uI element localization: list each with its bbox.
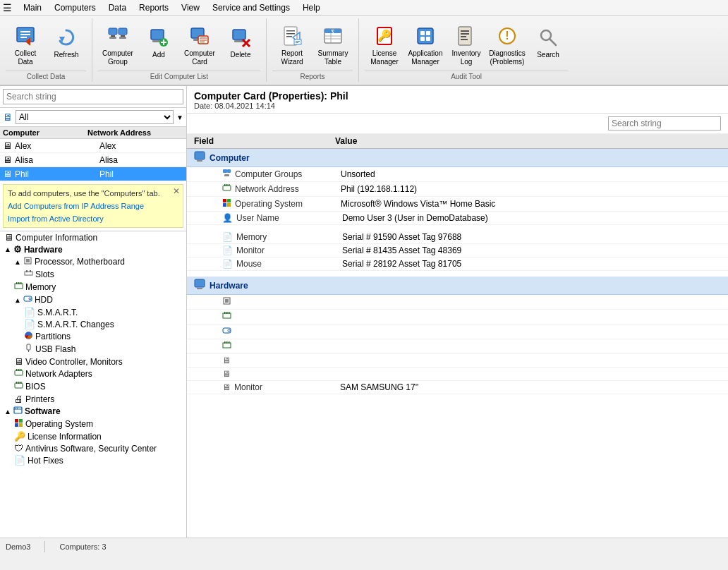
tree-video-controller[interactable]: 🖥 Video Controller, Monitors xyxy=(0,356,186,368)
ribbon-group-audit: 🔑 License Manager Application Manager In… xyxy=(359,18,574,82)
diagnostics-button[interactable]: ! Diagnostics (Problems) xyxy=(487,21,527,70)
svg-rect-96 xyxy=(223,199,226,202)
search-button[interactable]: Search xyxy=(528,23,568,68)
ribbon-group-reports-label: Reports xyxy=(272,71,353,80)
license-manager-icon: 🔑 xyxy=(373,25,396,47)
computer-search-input[interactable] xyxy=(3,89,183,104)
main-layout: 🖥 AllComputerGroup ▼ Computer Network Ad… xyxy=(0,86,728,538)
tree-smart[interactable]: 📄 S.M.A.R.T. xyxy=(0,306,186,318)
computer-card-icon xyxy=(188,25,211,47)
filter-select[interactable]: AllComputerGroup xyxy=(16,110,174,124)
svg-rect-104 xyxy=(223,313,231,318)
svg-rect-83 xyxy=(15,419,18,423)
dr-computer-groups-icon xyxy=(222,169,231,180)
tree-hot-fixes[interactable]: 📄 Hot Fixes xyxy=(0,454,186,466)
right-search-input[interactable] xyxy=(608,116,721,131)
application-manager-label: Application Manager xyxy=(408,49,443,66)
tree-software[interactable]: ▲ Software xyxy=(0,405,186,418)
menu-view[interactable]: View xyxy=(176,1,205,14)
computer-row-alisa[interactable]: 🖥 Alisa Alisa xyxy=(0,153,186,167)
svg-rect-47 xyxy=(426,37,430,41)
tree-video-icon: 🖥 xyxy=(14,356,23,367)
search-box-top xyxy=(0,86,186,108)
inventory-log-button[interactable]: Inventory Log xyxy=(447,21,486,70)
svg-rect-8 xyxy=(109,37,116,39)
tree-antivirus[interactable]: 🛡 Antivirus Software, Security Center xyxy=(0,442,186,454)
app-menu-icon[interactable]: ☰ xyxy=(3,2,12,13)
svg-rect-12 xyxy=(151,30,164,40)
license-manager-button[interactable]: 🔑 License Manager xyxy=(365,21,404,70)
computer-icon-alex: 🖥 xyxy=(3,140,12,151)
page-title: Computer Card (Properties): Phil xyxy=(194,90,721,102)
tree-network-adapters[interactable]: Network Adapters xyxy=(0,368,186,380)
section-computer[interactable]: Computer xyxy=(187,149,728,167)
refresh-button[interactable]: Refresh xyxy=(47,23,86,68)
computer-list: 🖥 Alex Alex 🖥 Alisa Alisa 🖥 Phil Phil xyxy=(0,139,186,181)
add-label: Add xyxy=(152,51,165,59)
tree-processor-icon xyxy=(23,256,32,267)
add-from-ip-link[interactable]: Add Computers from IP Address Range xyxy=(8,202,178,210)
dr-network-icon xyxy=(222,183,231,195)
svg-rect-46 xyxy=(420,37,425,41)
svg-rect-71 xyxy=(15,370,23,375)
tree-software-icon xyxy=(13,406,23,417)
tree-bios-icon xyxy=(14,381,23,392)
section-computer-icon xyxy=(194,151,205,164)
report-wizard-button[interactable]: Report Wizard xyxy=(272,21,312,70)
menu-help[interactable]: Help xyxy=(297,1,326,14)
tree-computer-information[interactable]: 🖥 Computer Information xyxy=(0,231,186,243)
hw-item-5: 🖥 xyxy=(187,354,728,368)
ribbon-group-edit-label: Edit Computer List xyxy=(98,71,260,80)
menu-computers[interactable]: Computers xyxy=(49,1,102,14)
hw-icon-2 xyxy=(222,311,231,322)
svg-point-67 xyxy=(29,298,31,300)
tree-bios[interactable]: BIOS xyxy=(0,380,186,393)
svg-rect-7 xyxy=(111,35,115,37)
tree-printers[interactable]: 🖨 Printers xyxy=(0,393,186,405)
svg-rect-99 xyxy=(227,203,231,207)
svg-rect-90 xyxy=(227,169,231,173)
hw-icon-3 xyxy=(222,326,231,337)
collect-data-button[interactable]: Collect Data xyxy=(6,21,45,70)
dr-user-value: Demo User 3 (User in DemoDatabase) xyxy=(342,213,721,223)
tree-partitions[interactable]: Partitions xyxy=(0,330,186,343)
tree-usb-label: USB Flash xyxy=(35,344,75,354)
tree-license-info[interactable]: 🔑 License Information xyxy=(0,430,186,442)
tree-smart-changes[interactable]: 📄 S.M.A.R.T. Changes xyxy=(0,318,186,330)
tree-memory[interactable]: Memory xyxy=(0,281,186,293)
close-hint-button[interactable]: ✕ xyxy=(173,186,180,196)
computer-row-phil[interactable]: 🖥 Phil Phil xyxy=(0,167,186,181)
menu-data[interactable]: Data xyxy=(103,1,132,14)
dr-os-value: Microsoft® Windows Vista™ Home Basic xyxy=(341,199,721,209)
svg-rect-106 xyxy=(226,312,228,314)
menu-main[interactable]: Main xyxy=(18,1,47,14)
tree-hdd-expand: ▲ xyxy=(14,296,21,304)
summary-table-button[interactable]: ∑ Summary Table xyxy=(313,21,353,70)
svg-rect-105 xyxy=(224,312,226,314)
computer-group-button[interactable]: Computer Group xyxy=(98,21,138,70)
computer-row-alex[interactable]: 🖥 Alex Alex xyxy=(0,139,186,153)
application-manager-button[interactable]: Application Manager xyxy=(406,21,445,70)
collect-data-label: Collect Data xyxy=(15,49,37,66)
menu-service-settings[interactable]: Service and Settings xyxy=(207,1,296,14)
section-hardware[interactable]: Hardware xyxy=(187,277,728,295)
computer-group-label: Computer Group xyxy=(102,49,133,66)
add-button[interactable]: Add xyxy=(139,23,178,68)
delete-button[interactable]: Delete xyxy=(221,23,260,68)
data-row-monitor: 🖥 Monitor SAM SAMSUNG 17'' xyxy=(187,381,728,394)
tree-hardware[interactable]: ▲ ⚙ Hardware xyxy=(0,243,186,255)
svg-rect-29 xyxy=(286,33,295,35)
svg-rect-63 xyxy=(16,282,18,284)
dr-computer-groups-value: Unsorted xyxy=(341,169,721,179)
dr-memory-field: Memory xyxy=(236,232,342,242)
tree-operating-system[interactable]: Operating System xyxy=(0,418,186,430)
import-active-directory-link[interactable]: Import from Active Directory xyxy=(8,214,178,223)
section-hardware-label: Hardware xyxy=(210,281,248,291)
tree-slots[interactable]: Slots xyxy=(0,268,186,281)
tree-usb-flash[interactable]: USB Flash xyxy=(0,343,186,356)
tree-processor[interactable]: ▲ Processor, Motherboard xyxy=(0,255,186,268)
tree-hdd[interactable]: ▲ HDD xyxy=(0,293,186,306)
computer-card-button[interactable]: Computer Card xyxy=(180,21,219,70)
menu-reports[interactable]: Reports xyxy=(133,1,174,14)
svg-rect-76 xyxy=(16,382,18,384)
